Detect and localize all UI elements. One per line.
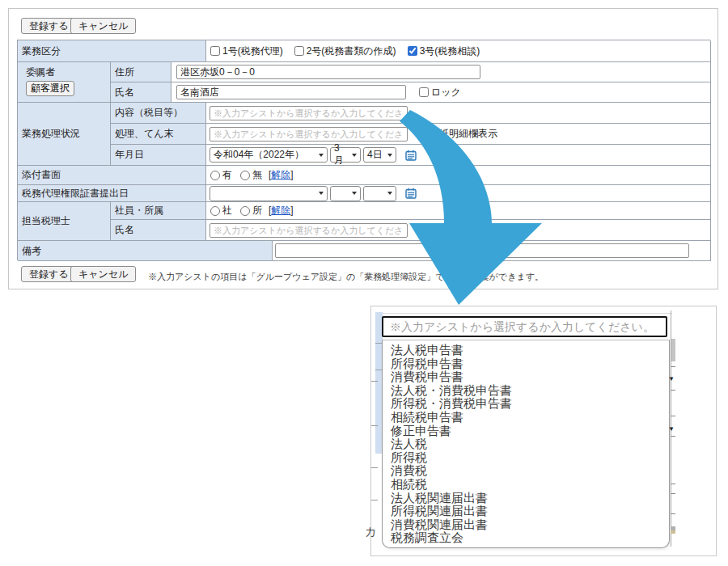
fragment-tick: [671, 513, 675, 514]
day-select[interactable]: 4日: [363, 147, 396, 163]
address-input[interactable]: [176, 65, 480, 79]
label-text: 業務区分: [22, 44, 61, 58]
zeimu-dairi-cell: [206, 185, 711, 202]
checkbox-label: 3号(税務相談): [420, 44, 480, 58]
chevron-down-icon: [387, 154, 392, 157]
label-text: 添付書面: [22, 168, 61, 182]
label-naiyo: 内容（税目等）: [111, 103, 206, 124]
checkbox-3gou-input[interactable]: [408, 46, 417, 56]
nengappi-cell: 令和04年（2022年） 3月 4日: [206, 145, 711, 166]
dropdown-item[interactable]: 所得税関連届出書: [383, 505, 669, 518]
lock-checkbox-input[interactable]: [419, 87, 429, 97]
label-shori-tenmatsu: 処理、てん末: [111, 124, 206, 145]
label-zeimu-dairi: 税務代理権限証書提出日: [18, 185, 206, 202]
tempu-radio-yes-input[interactable]: [210, 171, 220, 180]
customer-select-button[interactable]: 顧客選択: [26, 81, 74, 96]
dropdown-item[interactable]: 所得税: [383, 451, 669, 465]
naiyo-cell: [206, 103, 711, 124]
dairi-day-select[interactable]: [363, 186, 396, 201]
chevron-down-icon: ▼: [668, 376, 675, 382]
dropdown-item[interactable]: 相続税: [383, 478, 669, 492]
sho-radio-input[interactable]: [240, 206, 250, 216]
label-text: 税務代理権限証書提出日: [22, 187, 129, 201]
dropdown-item[interactable]: 税務調査立会: [383, 531, 669, 545]
tempu-radio-no-input[interactable]: [240, 171, 250, 180]
checkbox-1gou-input[interactable]: [210, 46, 220, 56]
lock-checkbox[interactable]: ロック: [419, 86, 461, 99]
label-biko: 備考: [18, 241, 273, 261]
biko-input[interactable]: [275, 243, 689, 258]
fragment-tick: [371, 425, 378, 426]
year-select[interactable]: 令和04年（2022年）: [210, 147, 328, 163]
label-jusho: 住所: [111, 62, 171, 82]
scrollbar-thumb-fragment[interactable]: [671, 339, 675, 361]
dropdown-item[interactable]: 法人税関連届出書: [383, 492, 669, 505]
dropdown-item[interactable]: 所得税・消費税申告書: [383, 397, 669, 411]
register-button-top[interactable]: 登録する: [21, 18, 77, 34]
dropdown-item[interactable]: 修正申告書: [383, 424, 669, 438]
calendar-icon[interactable]: [405, 150, 417, 161]
month-select[interactable]: 3月: [330, 147, 361, 163]
besshi-checkbox[interactable]: 別紙明細欄表示: [417, 127, 497, 141]
checkbox-label: 1号(税務代理): [222, 44, 283, 58]
cancel-button-top[interactable]: キャンセル: [70, 18, 136, 34]
radio-label: 所: [252, 204, 262, 218]
label-text: 処理、てん末: [115, 127, 174, 141]
shozoku-clear-link[interactable]: 解除: [271, 205, 290, 216]
name-input[interactable]: [176, 85, 406, 99]
checkbox-label: ロック: [431, 86, 461, 99]
clear-link-wrap: [解除]: [269, 204, 294, 218]
tempu-radio-no[interactable]: 無: [240, 168, 262, 182]
label-ishokusha: 委嘱者 顧客選択: [18, 62, 111, 103]
fragment-tick: [671, 493, 675, 494]
calendar-icon[interactable]: [405, 188, 417, 199]
sha-radio-input[interactable]: [210, 206, 220, 216]
label-text: 氏名: [115, 86, 134, 99]
label-tanto-shimei: 氏名: [111, 220, 206, 241]
chevron-down-icon: [319, 154, 324, 157]
dairi-year-select[interactable]: [210, 186, 328, 201]
register-button-bottom[interactable]: 登録する: [21, 266, 77, 282]
sha-radio[interactable]: 社: [210, 204, 232, 218]
label-text: 担当税理士: [22, 214, 70, 228]
magnified-callout: 法人税申告書所得税申告書消費税申告書法人税・消費税申告書所得税・消費税申告書相続…: [370, 306, 717, 556]
clear-link-wrap: [解除]: [269, 168, 294, 182]
dairi-month-select[interactable]: [330, 186, 361, 201]
radio-label: 有: [222, 168, 232, 182]
dropdown-item[interactable]: 消費税申告書: [383, 370, 669, 384]
sho-radio[interactable]: 所: [240, 204, 262, 218]
chevron-down-icon: [352, 192, 357, 195]
label-tanto-zeirishi: 担当税理士: [18, 202, 111, 241]
label-gyomu-kubun: 業務区分: [18, 40, 206, 62]
tempu-cell: 有 無 [解除]: [206, 166, 711, 185]
scrollbar-fragment: [671, 530, 675, 534]
tanto-shimei-cell: [206, 220, 711, 241]
besshi-checkbox-input[interactable]: [417, 129, 427, 139]
dropdown-item[interactable]: 相続税申告書: [383, 411, 669, 424]
naiyo-input[interactable]: [210, 106, 408, 120]
dropdown-item[interactable]: 所得税申告書: [383, 357, 669, 371]
label-text: 社員・所属: [115, 204, 163, 218]
shori-input[interactable]: [210, 127, 408, 142]
checkbox-label: 別紙明細欄表示: [430, 127, 497, 141]
tanto-name-input[interactable]: [210, 223, 408, 238]
month-value: 3月: [334, 142, 349, 167]
dropdown-item[interactable]: 法人税: [383, 437, 669, 451]
checkbox-2gou-input[interactable]: [294, 46, 304, 56]
label-shimei: 氏名: [111, 82, 171, 103]
checkbox-1gou[interactable]: 1号(税務代理): [210, 44, 283, 58]
assist-input-magnified[interactable]: [382, 316, 667, 337]
checkbox-3gou[interactable]: 3号(税務相談): [408, 44, 480, 58]
checkbox-2gou[interactable]: 2号(税務書類の作成): [294, 44, 396, 58]
tempu-radio-yes[interactable]: 有: [210, 168, 232, 182]
dropdown-item[interactable]: 法人税申告書: [383, 344, 669, 357]
dropdown-item[interactable]: 法人税・消費税申告書: [383, 384, 669, 398]
gyomu-kubun-cell: 1号(税務代理) 2号(税務書類の作成) 3号(税務相談): [206, 40, 711, 62]
year-value: 令和04年（2022年）: [214, 148, 304, 162]
biko-cell: [273, 241, 711, 261]
dropdown-item[interactable]: 消費税関連届出書: [383, 518, 669, 532]
radio-label: 無: [252, 168, 262, 182]
tempu-clear-link[interactable]: 解除: [271, 169, 290, 180]
dropdown-item[interactable]: 消費税: [383, 464, 669, 478]
cancel-button-bottom[interactable]: キャンセル: [70, 266, 136, 282]
